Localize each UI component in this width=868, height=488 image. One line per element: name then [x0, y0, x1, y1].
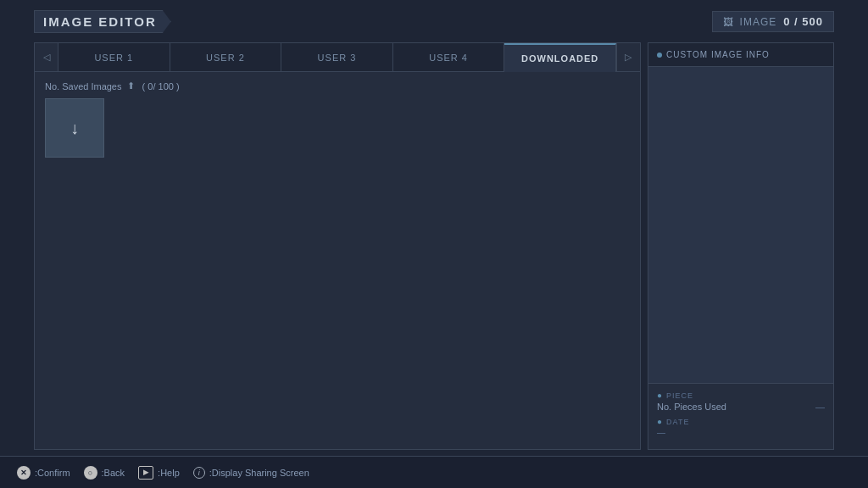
right-panel-info: ● PIECE No. Pieces Used — ● DATE —: [648, 383, 833, 449]
piece-label-row: ● PIECE: [657, 391, 825, 400]
hint-back: ○ :Back: [84, 466, 125, 480]
cross-button-icon: ✕: [17, 466, 31, 480]
help-hint-text: :Help: [158, 468, 180, 478]
date-label-row: ● DATE: [657, 417, 825, 426]
image-icon: 🖼: [723, 16, 733, 28]
tab-user3[interactable]: USER 3: [281, 43, 393, 71]
confirm-hint-text: :Confirm: [35, 468, 70, 478]
saved-images-label: No. Saved Images: [45, 81, 122, 92]
images-grid: ↓: [45, 98, 630, 158]
tab-user1[interactable]: USER 1: [58, 43, 170, 71]
pieces-used-row: No. Pieces Used —: [657, 402, 825, 412]
image-label: IMAGE: [740, 16, 777, 28]
info-button-icon: i: [193, 467, 205, 479]
tabs-row: ◁ USER 1 USER 2 USER 3 USER 4 DOWNLOADED…: [35, 43, 640, 72]
title-bar: IMAGE EDITOR 🖼 IMAGE 0 / 500: [34, 10, 834, 33]
left-panel: ◁ USER 1 USER 2 USER 3 USER 4 DOWNLOADED…: [34, 42, 641, 450]
date-label: DATE: [666, 418, 689, 426]
right-panel-header: CUSTOM IMAGE INFO: [648, 43, 833, 67]
app-frame: IMAGE EDITOR 🖼 IMAGE 0 / 500 ◁ USER 1 US…: [0, 0, 868, 488]
image-counter-bar: 🖼 IMAGE 0 / 500: [712, 11, 834, 32]
back-hint-text: :Back: [102, 468, 125, 478]
upload-icon: ⬆: [127, 80, 135, 92]
upload-slot[interactable]: ↓: [45, 98, 104, 158]
saved-images-info: No. Saved Images ⬆ ( 0/ 100 ): [45, 80, 630, 92]
tab-downloaded[interactable]: DOWNLOADED: [504, 43, 616, 72]
tab-user2[interactable]: USER 2: [170, 43, 282, 71]
saved-images-count: ( 0/ 100 ): [140, 81, 180, 92]
app-title: IMAGE EDITOR: [34, 10, 171, 33]
hint-help: ▶ :Help: [138, 466, 180, 480]
media-button-icon: ▶: [138, 466, 153, 480]
image-preview: [648, 67, 833, 383]
date-section: ● DATE —: [657, 417, 825, 437]
main-content: ◁ USER 1 USER 2 USER 3 USER 4 DOWNLOADED…: [34, 42, 834, 450]
tab-nav-right[interactable]: ▷: [616, 43, 640, 71]
tab-user4[interactable]: USER 4: [393, 43, 505, 71]
sharing-hint-text: :Display Sharing Screen: [209, 468, 309, 478]
pieces-used-value: No. Pieces Used: [657, 402, 726, 412]
hint-confirm: ✕ :Confirm: [17, 466, 70, 480]
circle-button-icon: ○: [84, 466, 97, 480]
panel-content: No. Saved Images ⬆ ( 0/ 100 ) ↓: [35, 72, 640, 449]
header-dot: [657, 53, 662, 58]
right-panel: CUSTOM IMAGE INFO ● PIECE No. Pieces Use…: [648, 42, 834, 450]
pieces-used-dash: —: [815, 402, 825, 412]
bottom-bar: ✕ :Confirm ○ :Back ▶ :Help i :Display Sh…: [0, 456, 868, 488]
piece-section: ● PIECE No. Pieces Used —: [657, 391, 825, 412]
date-value: —: [657, 428, 825, 437]
piece-label: PIECE: [666, 391, 693, 400]
tab-nav-left[interactable]: ◁: [35, 43, 58, 71]
download-icon: ↓: [70, 119, 79, 138]
hint-sharing: i :Display Sharing Screen: [193, 467, 309, 479]
image-count: 0 / 500: [783, 15, 823, 28]
custom-image-info-label: CUSTOM IMAGE INFO: [666, 50, 770, 59]
